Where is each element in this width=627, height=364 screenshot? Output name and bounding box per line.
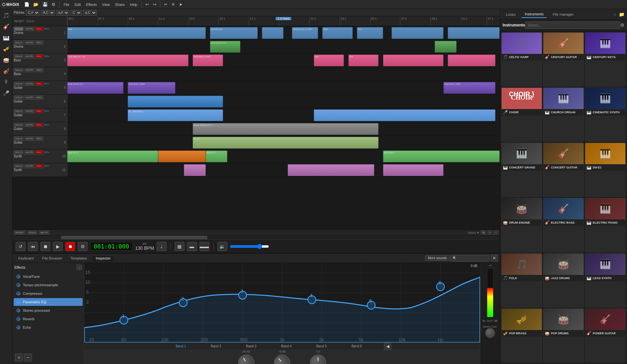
track-content-2[interactable]: Aral Drums Pa... xyxy=(67,40,500,53)
solo-btn-5[interactable]: SOLO xyxy=(14,82,24,86)
instrument-jazz-drums[interactable]: 🥁 🥁 JAZZ DRUMS xyxy=(543,253,584,308)
more-sounds-button[interactable]: More sounds xyxy=(425,255,450,261)
left-icon-3[interactable]: 🎹 xyxy=(1,33,11,42)
clip-1-4[interactable]: Aral Drums O.HDP xyxy=(292,27,318,39)
band-6-label[interactable]: Band 6 xyxy=(349,344,364,349)
left-icon-2[interactable]: 🎸 xyxy=(1,22,11,31)
rec-btn-2[interactable]: REC xyxy=(35,40,43,45)
pitch-select-4[interactable]: C xyxy=(71,10,82,16)
stereo-power[interactable]: ⏻ xyxy=(16,309,20,312)
tab-inspector[interactable]: Inspector xyxy=(91,255,115,261)
pitch-select-5[interactable]: a,C xyxy=(83,10,97,16)
hute-btn-9[interactable]: HUTE xyxy=(24,136,34,141)
menu-view[interactable]: View xyxy=(100,2,112,7)
vol-down-btn[interactable]: 🔉 xyxy=(217,242,227,251)
reverb-power[interactable]: ⏻ xyxy=(16,317,20,321)
instrument-cinematic-synth[interactable]: 🎹 🎹 CINEMATIC SYNTH xyxy=(585,87,626,142)
clip-3-1[interactable]: Aral Bass A 1,#b xyxy=(67,55,188,66)
instrument-lead-synth[interactable]: 🎹 🎹 LEAD SYNTH xyxy=(585,253,626,308)
zoom-out-btn[interactable]: − xyxy=(493,230,498,235)
clip-5-2[interactable]: Aral Gnit 1,HDP xyxy=(128,82,175,94)
toolbar-open[interactable]: 📂 xyxy=(32,1,40,8)
fit-btn[interactable]: ⊞ xyxy=(481,230,486,235)
mute-all-btn[interactable]: MUTE xyxy=(39,230,50,235)
band-2-label[interactable]: Band 2 xyxy=(208,344,224,349)
play-btn[interactable]: ▶ xyxy=(53,242,63,251)
left-icon-7[interactable]: 🎙 xyxy=(1,77,11,87)
echo-power[interactable]: ⏻ xyxy=(16,325,20,329)
left-icon-6[interactable]: 🎻 xyxy=(1,66,11,76)
solo-btn-10[interactable]: SOLO xyxy=(14,150,24,154)
quality-knob[interactable] xyxy=(310,355,326,364)
remove-effect-btn[interactable]: − xyxy=(24,354,32,361)
effect-tempo[interactable]: ⏻ Tempo pitch/resample xyxy=(14,281,83,289)
hute-btn-10[interactable]: HUTE xyxy=(24,150,34,154)
track-content-10[interactable]: Aral FX 3 Aral FX 3 Asel Edit 1 xyxy=(67,150,500,163)
parametric-eq-power[interactable]: ⏻ xyxy=(16,300,20,304)
record-btn[interactable]: ⏺ xyxy=(65,242,75,251)
instrument-pop-drums[interactable]: 🥁 🥁 POP DRUMS xyxy=(543,309,584,363)
instrument-choir[interactable]: CHOIR } 🎤 CHOIR xyxy=(501,87,542,142)
band-5-label[interactable]: Band 5 xyxy=(314,344,330,349)
clip-1-3[interactable] xyxy=(262,27,283,39)
track-content-4[interactable] xyxy=(67,67,500,81)
clip-8-1[interactable]: Room RbGnit D 3 xyxy=(193,123,378,135)
solo-btn-1[interactable]: SOLO xyxy=(14,27,24,31)
hute-btn-3[interactable]: HUTE xyxy=(24,54,34,58)
menu-share[interactable]: Share xyxy=(113,2,127,7)
left-icon-5[interactable]: 🥁 xyxy=(1,55,11,65)
volume-slider[interactable] xyxy=(230,244,269,249)
pitch-select-2[interactable]: A,C xyxy=(41,10,55,16)
hute-btn-8[interactable]: HUTE xyxy=(24,123,34,127)
frequency-knob[interactable] xyxy=(235,352,257,364)
clip-3-3[interactable]: Ara... xyxy=(314,55,344,66)
tab-templates[interactable]: Templates xyxy=(67,256,91,261)
solo-btn-2[interactable]: SOLO xyxy=(14,40,24,45)
toolbar-cut[interactable]: ✂ xyxy=(162,1,169,8)
instrument-concert-guitar[interactable]: 🎸 🎸 CONCERT GUITAR xyxy=(543,143,584,197)
right-tab-active-icon[interactable]: ○ xyxy=(614,12,616,17)
hscroll-thumb[interactable] xyxy=(61,236,207,239)
toolbar-close[interactable]: ✕ xyxy=(170,1,177,8)
eq-prev-btn[interactable]: ◀ xyxy=(384,343,391,350)
add-effect-btn[interactable]: + xyxy=(15,354,23,361)
menu-help[interactable]: Help xyxy=(128,2,140,7)
rec-btn-3[interactable]: REC xyxy=(35,54,43,58)
rewind-btn[interactable]: ⏮ xyxy=(28,242,38,251)
instrument-century-keys[interactable]: 🎹 🎹 CENTURY KEYS xyxy=(585,32,626,87)
instrument-concert-grand[interactable]: 🎹 🎹 CONCERT GRAND xyxy=(501,143,542,197)
instrument-power-guitar[interactable]: 🎸 🎸 POWER GUITAR xyxy=(585,309,626,363)
tune-btn[interactable]: ♩ xyxy=(157,242,167,251)
rec-btn-9[interactable]: REC xyxy=(35,136,43,141)
clip-7-1[interactable]: A... Aral Guit 1 xyxy=(128,109,223,121)
pitch-select-1[interactable]: C,# xyxy=(26,10,40,16)
toolbar-redo[interactable]: ↪ xyxy=(151,1,158,8)
clip-2-2[interactable] xyxy=(435,41,456,53)
effects-arrow-right[interactable]: → xyxy=(77,265,82,270)
rec-btn-11[interactable]: REC xyxy=(35,164,43,168)
right-tab-instruments[interactable]: Instruments xyxy=(522,11,547,18)
compressor-power[interactable]: ⏻ xyxy=(16,292,20,295)
toolbar-save[interactable]: 💾 xyxy=(41,1,49,8)
clip-2-1[interactable]: Aral Drums Pa... xyxy=(210,41,240,53)
toolbar-arrow[interactable]: ➤ xyxy=(177,1,184,8)
track-content-3[interactable]: Aral Bass A 1,#b Aral Bass 1,HDP Ara... … xyxy=(67,54,500,67)
clip-11-2[interactable] xyxy=(288,164,374,176)
zoom-in-btn[interactable]: + xyxy=(488,230,492,235)
effect-parametric-eq[interactable]: ⏻ Parametric EQ xyxy=(14,298,83,306)
effect-compressor[interactable]: ⏻ Compressor xyxy=(14,290,83,297)
solo-btn-9[interactable]: SOLO xyxy=(14,136,24,141)
clip-5-1[interactable]: Aral Gnit A 1,# xyxy=(67,82,123,94)
rec-btn-8[interactable]: REC xyxy=(35,123,43,127)
solo-btn-11[interactable]: SOLO xyxy=(14,164,24,168)
band-3-label[interactable]: Band 3 xyxy=(243,344,259,349)
view-btn-2[interactable]: ▬ xyxy=(187,242,197,251)
hute-btn-11[interactable]: HUTE xyxy=(24,164,34,168)
right-tab-loops[interactable]: Loops xyxy=(503,11,519,18)
clip-1-7[interactable] xyxy=(392,27,443,39)
clip-3-2[interactable]: Aral Bass 1,HDP xyxy=(193,55,223,66)
instrument-dn-e1[interactable]: 🎹 🎹 DN-E1 xyxy=(585,143,626,197)
menu-effects[interactable]: Effects xyxy=(84,2,99,7)
clip-11-1[interactable] xyxy=(184,164,205,176)
clip-5-3[interactable]: Aral Gnit 1,HDP xyxy=(443,82,495,94)
